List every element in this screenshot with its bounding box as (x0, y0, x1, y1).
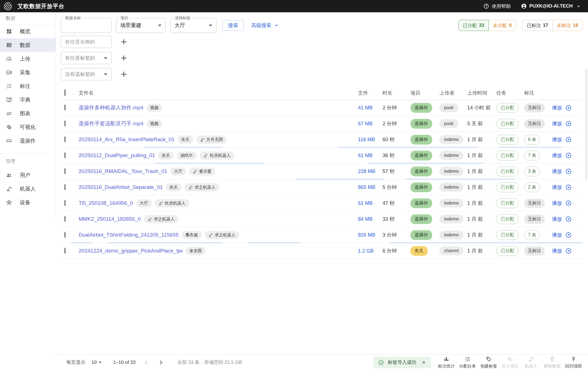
sidebar-item-dashboard[interactable]: 概览 (0, 25, 55, 38)
filter-row-primary: 数据名称 项目 场景重建 选择标签 大厅 搜索 高级搜索 已分配 33 (61, 16, 583, 33)
dataset-name-field[interactable]: 数据名称 (61, 18, 112, 33)
sidebar-item-users[interactable]: 用户 (0, 168, 55, 182)
file-link[interactable]: 遥操作多种机器人协作.mp4 (79, 104, 143, 111)
sidebar-item-annotate[interactable]: 123标注 (0, 79, 55, 93)
play-button[interactable]: 播放 (552, 136, 583, 143)
table-row: 遥操作多种机器人协作.mp4视频41 MB2 分钟遥操作puxk14 小时 前已… (61, 100, 583, 116)
toast-close-button[interactable] (422, 360, 426, 365)
add-tag-filter-button[interactable] (119, 54, 128, 63)
tool-back-to-top[interactable]: 回到顶部 (563, 356, 584, 369)
tag-value: 大厅 (175, 22, 185, 29)
play-button[interactable]: 播放 (552, 168, 583, 175)
loading-shimmer (71, 242, 92, 243)
row-checkbox[interactable] (64, 136, 66, 142)
file-size-link[interactable]: 41 MB (358, 105, 372, 110)
row-checkbox[interactable] (64, 168, 66, 174)
sidebar-item-devices[interactable]: 设备 (0, 196, 55, 209)
dropdown-caret-icon (104, 57, 107, 59)
project-select[interactable]: 项目 场景重建 (116, 18, 166, 33)
any-tag-select[interactable]: 有任意标签的 (61, 52, 112, 64)
sidebar-item-teleop[interactable]: 遥操作 (0, 134, 55, 148)
next-page-button[interactable] (157, 359, 164, 366)
add-no-tag-filter-button[interactable] (119, 70, 128, 79)
play-button[interactable]: 播放 (552, 232, 583, 238)
dropdown-caret-icon (104, 73, 107, 75)
sidebar-item-robot[interactable]: 机器人 (0, 182, 55, 196)
file-size-link[interactable]: 61 MB (358, 153, 372, 158)
table-row: 20241224_demo_gripper_PickAndPlace_ljw拿东… (61, 243, 583, 259)
assigned-filter-button[interactable]: 已分配 33 (458, 20, 489, 31)
scrollbar-thumb[interactable] (585, 69, 587, 180)
advanced-search-toggle[interactable]: 高级搜索 (251, 22, 279, 29)
file-size-link[interactable]: 1.2 GB (358, 248, 374, 254)
row-checkbox[interactable] (64, 121, 66, 126)
tool-assign-tasks[interactable]: 123分配任务 (457, 356, 478, 369)
play-button[interactable]: 播放 (552, 200, 583, 206)
play-button[interactable]: 播放 (552, 120, 583, 127)
storage-summary: 全部 33 条，存储空间 21.5 GB (177, 359, 242, 366)
tag-select[interactable]: 选择标签 大厅 (170, 18, 216, 33)
file-size-link[interactable]: 67 MB (358, 121, 372, 126)
sidebar-item-chart[interactable]: 图表 (0, 107, 55, 120)
file-link[interactable]: 20250116_DualAirbot_Separate_01 (79, 184, 163, 190)
sidebar-item-dictionary[interactable]: 字典 (0, 93, 55, 107)
help-icon (483, 3, 489, 9)
sidebar-item-collect[interactable]: 采集 (0, 66, 55, 79)
col-header-filename: 文件名 (79, 90, 358, 96)
select-all-checkbox[interactable] (64, 89, 66, 96)
file-size-link[interactable]: 865 MB (358, 184, 375, 190)
play-label: 播放 (552, 184, 562, 191)
file-link[interactable]: Ti5_250108_164956_0 (79, 200, 133, 206)
file-size-link[interactable]: 84 MB (358, 216, 372, 222)
dropdown-caret-icon (99, 362, 101, 363)
row-checkbox[interactable] (64, 152, 66, 158)
unlabeled-filter-button[interactable]: 未标注 16 (553, 20, 583, 31)
row-checkbox[interactable] (64, 232, 66, 238)
help-button[interactable]: 使用帮助 (483, 3, 511, 9)
row-checkbox[interactable] (64, 184, 66, 190)
unlabeled-count: 16 (573, 23, 578, 28)
file-link[interactable]: 20241224_demo_gripper_PickAndPlace_ljw (79, 248, 183, 254)
file-size-link[interactable]: 116 MB (358, 137, 375, 142)
prev-page-button[interactable] (143, 359, 150, 366)
no-tag-select[interactable]: 没有该标签的 (61, 68, 112, 80)
file-link[interactable]: 20250116_RMAIDAL_Toss_Trash_01 (79, 168, 167, 174)
project-tag: 遥操作 (410, 214, 432, 224)
tool-create-tag[interactable]: 创建标签 (478, 356, 499, 369)
add-name-filter-button[interactable] (119, 37, 128, 46)
labeled-filter-button[interactable]: 已标注 17 (522, 20, 553, 31)
any-name-input[interactable] (61, 36, 112, 48)
row-checkbox[interactable] (64, 200, 66, 206)
row-checkbox[interactable] (64, 216, 66, 222)
sidebar-item-data[interactable]: 数据 (0, 38, 55, 52)
play-button[interactable]: 播放 (552, 184, 583, 191)
tool-stats[interactable]: 标注统计 (436, 356, 457, 369)
sidebar-item-upload[interactable]: 上传 (0, 52, 55, 66)
file-size-link[interactable]: 228 MB (358, 169, 375, 174)
devices-icon (6, 199, 12, 206)
row-checkbox[interactable] (64, 105, 66, 110)
file-link[interactable]: 遥操作手套适配灵巧手.mp4 (79, 120, 143, 127)
search-button[interactable]: 搜索 (222, 20, 244, 31)
play-button[interactable]: 播放 (552, 152, 583, 159)
play-button[interactable]: 播放 (552, 104, 583, 111)
row-checkbox[interactable] (64, 248, 66, 254)
file-link[interactable]: 20250114_Arx_R5a_InsertPlateRack_01 (79, 136, 175, 143)
app-title: 艾欧数据开放平台 (18, 3, 64, 10)
file-size-link[interactable]: 826 MB (358, 232, 375, 238)
table-row: DualAirbot_TShirtFolding_241205_115655叠衣… (61, 227, 583, 243)
annotation-filter-group: 已标注 17 未标注 16 (522, 20, 583, 31)
play-button[interactable]: 播放 (552, 248, 583, 254)
file-link[interactable]: DualAirbot_TShirtFolding_241205_115655 (79, 232, 179, 238)
unassigned-filter-button[interactable]: 未分配 0 (489, 20, 516, 31)
file-link[interactable]: MMK2_250114_182655_0 (79, 216, 141, 222)
uploader-chip: iodemo (439, 135, 463, 144)
file-link[interactable]: 20250112_DualPiper_pulling_01 (79, 152, 155, 158)
file-size-link[interactable]: 61 MB (358, 200, 372, 206)
per-page-select[interactable]: 10 (91, 360, 101, 365)
annotation-status-pill: 2 条 (524, 182, 540, 192)
sidebar-item-visualization[interactable]: 可视化 (0, 120, 55, 134)
user-menu[interactable]: PUXK@IO-AI.TECH (521, 3, 581, 9)
delete-icon (549, 356, 555, 362)
play-button[interactable]: 播放 (552, 216, 583, 222)
